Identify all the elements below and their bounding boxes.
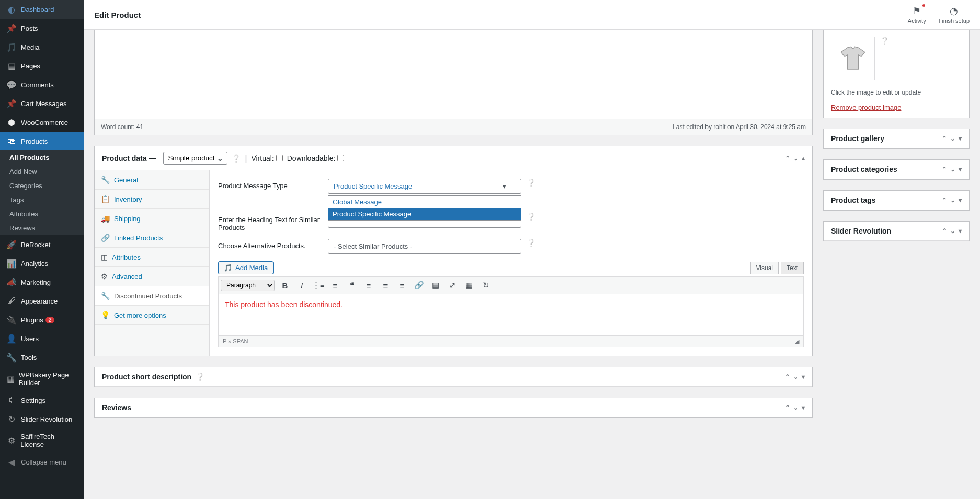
move-up-icon[interactable]: ⌃ (942, 135, 947, 142)
tab-inventory[interactable]: 📋Inventory (95, 190, 209, 209)
activity-button[interactable]: ⚑Activity (908, 5, 926, 24)
editor-tab-visual[interactable]: Visual (750, 262, 779, 274)
sidebar-sub-all-products[interactable]: All Products (0, 150, 84, 165)
move-down-icon[interactable]: ⌄ (950, 227, 955, 235)
plugin-icon: 🔌 (6, 315, 17, 325)
help-icon[interactable]: ❔ (196, 373, 204, 381)
tab-shipping[interactable]: 🚚Shipping (95, 209, 209, 228)
number-list-icon[interactable]: ≡ (329, 279, 341, 292)
bullet-list-icon[interactable]: ⋮≡ (312, 279, 325, 292)
bold-icon[interactable]: B (279, 279, 291, 292)
sidebar-item-dashboard[interactable]: ◐Dashboard (0, 0, 84, 19)
sidebar-item-slider-revolution[interactable]: ↻Slider Revolution (0, 410, 84, 428)
tab-discontinued[interactable]: 🔧Discontinued Products (95, 286, 209, 306)
readmore-icon[interactable]: ▤ (429, 279, 442, 292)
quote-icon[interactable]: ❝ (346, 279, 358, 292)
help-icon[interactable]: ❔ (527, 179, 535, 187)
media-icon: 🎵 (224, 264, 232, 272)
move-up-icon[interactable]: ⌃ (785, 373, 790, 380)
move-down-icon[interactable]: ⌄ (950, 166, 955, 173)
toggle-panel-icon[interactable]: ▾ (959, 166, 962, 173)
sidebar-item-collapse[interactable]: ◀Collapse menu (0, 452, 84, 471)
user-icon: 👤 (6, 333, 17, 344)
sidebar-item-comments[interactable]: 💬Comments (0, 75, 84, 94)
sidebar-item-cart-messages[interactable]: 📌Cart Messages (0, 94, 84, 113)
move-down-icon[interactable]: ⌄ (793, 404, 799, 411)
sidebar-item-woocommerce[interactable]: ⬢WooCommerce (0, 113, 84, 132)
sidebar-item-saffire[interactable]: ⚙SaffireTech License (0, 428, 84, 452)
sidebar-item-appearance[interactable]: 🖌Appearance (0, 292, 84, 310)
tab-general[interactable]: 🔧General (95, 170, 209, 190)
tab-attributes[interactable]: ◫Attributes (95, 248, 209, 267)
move-up-icon[interactable]: ⌃ (942, 196, 947, 204)
toggle-panel-icon[interactable]: ▾ (802, 373, 805, 380)
tab-linked[interactable]: 🔗Linked Products (95, 228, 209, 248)
main-editor-content[interactable] (95, 30, 812, 119)
toggle-panel-icon[interactable]: ▾ (802, 404, 805, 411)
sidebar-item-wpbakery[interactable]: ▦WPBakery Page Builder (0, 367, 84, 391)
msg-type-select[interactable]: Product Specific Message ▾ (328, 179, 521, 194)
italic-icon[interactable]: I (295, 279, 308, 292)
align-left-icon[interactable]: ≡ (362, 279, 375, 292)
add-media-button[interactable]: 🎵Add Media (218, 261, 274, 274)
move-down-icon[interactable]: ⌄ (950, 196, 955, 204)
sidebar-item-marketing[interactable]: 📣Marketing (0, 273, 84, 292)
virtual-checkbox[interactable] (276, 155, 283, 161)
sidebar-sub-reviews[interactable]: Reviews (0, 221, 84, 235)
message-editor[interactable]: This product has been discontinued. (218, 294, 804, 336)
sidebar-item-label: Settings (21, 397, 45, 404)
help-icon[interactable]: ❔ (232, 154, 241, 163)
move-down-icon[interactable]: ⌄ (793, 155, 799, 162)
alt-products-select[interactable]: - Select Similar Products - (328, 239, 521, 254)
dropdown-option-global[interactable]: Global Message (328, 196, 521, 208)
toggle-panel-icon[interactable]: ▾ (959, 196, 962, 204)
sidebar-item-pages[interactable]: ▤Pages (0, 56, 84, 75)
align-center-icon[interactable]: ≡ (379, 279, 392, 292)
link-icon[interactable]: 🔗 (413, 279, 425, 292)
product-image-thumb[interactable] (831, 37, 875, 80)
sidebar-item-products[interactable]: 🛍Products (0, 132, 84, 150)
finish-setup-button[interactable]: ◔Finish setup (939, 5, 970, 24)
toggle-panel-icon[interactable]: ▾ (959, 227, 962, 235)
move-up-icon[interactable]: ⌃ (785, 404, 790, 411)
remove-image-link[interactable]: Remove product image (831, 103, 901, 111)
slider-revolution-panel: Slider Revolution⌃⌄▾ (823, 221, 970, 241)
toolbar-toggle-icon[interactable]: ▦ (463, 279, 475, 292)
tab-advanced[interactable]: ⚙Advanced (95, 267, 209, 286)
sidebar-item-plugins[interactable]: 🔌Plugins2 (0, 310, 84, 329)
sidebar-item-tools[interactable]: 🔧Tools (0, 348, 84, 367)
downloadable-checkbox-label: Downloadable: (287, 154, 345, 163)
toggle-panel-icon[interactable]: ▾ (959, 135, 962, 142)
sidebar-sub-add-new[interactable]: Add New (0, 165, 84, 179)
align-right-icon[interactable]: ≡ (396, 279, 408, 292)
sidebar-item-posts[interactable]: 📌Posts (0, 19, 84, 38)
flag-icon: ⚑ (908, 5, 926, 17)
move-up-icon[interactable]: ⌃ (942, 227, 947, 235)
help-icon[interactable]: ❔ (527, 239, 535, 247)
downloadable-checkbox[interactable] (337, 155, 344, 161)
move-up-icon[interactable]: ⌃ (785, 155, 790, 162)
move-up-icon[interactable]: ⌃ (942, 166, 947, 173)
refresh-icon[interactable]: ↻ (480, 279, 492, 292)
sidebar-item-settings[interactable]: ⛭Settings (0, 391, 84, 410)
sidebar-sub-categories[interactable]: Categories (0, 179, 84, 193)
move-down-icon[interactable]: ⌄ (793, 373, 799, 380)
link-icon: 🔗 (101, 234, 110, 242)
product-type-select[interactable]: Simple product (163, 152, 227, 165)
sidebar-item-analytics[interactable]: 📊Analytics (0, 254, 84, 273)
sidebar-item-users[interactable]: 👤Users (0, 329, 84, 348)
sidebar-sub-attributes[interactable]: Attributes (0, 207, 84, 221)
sidebar-sub-tags[interactable]: Tags (0, 193, 84, 207)
help-icon[interactable]: ❔ (880, 37, 889, 45)
tab-get-more[interactable]: 💡Get more options (95, 306, 209, 325)
sidebar-item-media[interactable]: 🎵Media (0, 38, 84, 56)
sidebar-item-berocket[interactable]: 🚀BeRocket (0, 235, 84, 254)
editor-tab-text[interactable]: Text (781, 262, 804, 274)
move-down-icon[interactable]: ⌄ (950, 135, 955, 142)
help-icon[interactable]: ❔ (527, 213, 535, 221)
dropdown-option-specific[interactable]: Product Specific Message (328, 208, 521, 220)
toggle-panel-icon[interactable]: ▴ (802, 155, 805, 162)
fullscreen-icon[interactable]: ⤢ (446, 279, 459, 292)
block-format-select[interactable]: Paragraph (221, 280, 275, 291)
resize-handle-icon[interactable]: ◢ (795, 338, 799, 345)
